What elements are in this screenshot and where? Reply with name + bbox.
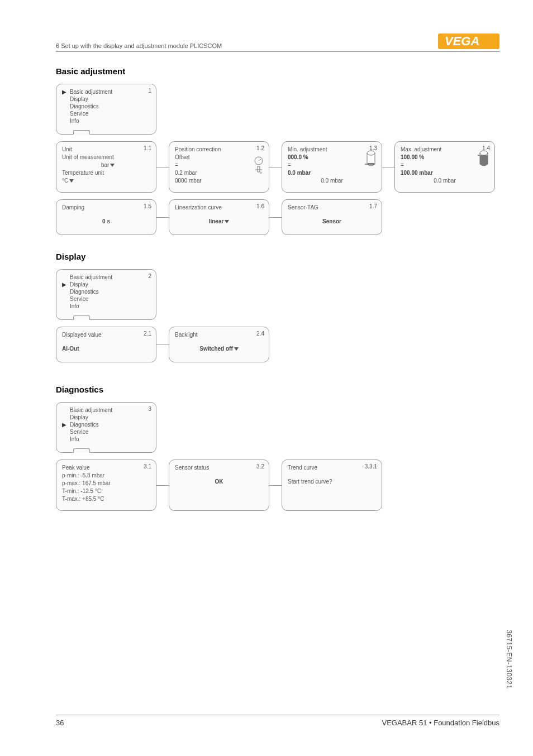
- connector: [269, 199, 282, 235]
- card-number: 2.1: [144, 331, 151, 337]
- menu-card-display: 2 Basic adjustment ▶Display Diagnostics …: [56, 269, 156, 320]
- card-value: bar: [62, 162, 150, 168]
- section-title-display: Display: [56, 252, 499, 261]
- card-number: 1: [148, 88, 151, 94]
- tank-min-icon: [365, 150, 377, 169]
- menu-item[interactable]: Service: [62, 429, 150, 435]
- section-title-diagnostics: Diagnostics: [56, 385, 499, 394]
- menu-tab-icon: [73, 315, 90, 320]
- pointer-icon: ▶: [62, 281, 68, 288]
- card-line: 0000 mbar: [175, 178, 263, 184]
- card-line: 0.0 mbar: [401, 178, 489, 184]
- menu-item[interactable]: Diagnostics: [62, 103, 150, 109]
- svg-line-2: [259, 159, 261, 161]
- svg-text:P: P: [260, 171, 263, 175]
- menu-label: Service: [70, 111, 88, 117]
- card-title: Linearization curve: [175, 204, 263, 210]
- menu-label: Service: [70, 296, 88, 302]
- menu-item[interactable]: Service: [62, 111, 150, 117]
- menu-item[interactable]: ▶Basic adjustment: [62, 89, 150, 95]
- card-value: Sensor: [288, 218, 376, 224]
- menu-label: Info: [70, 436, 79, 442]
- menu-item[interactable]: Info: [62, 436, 150, 442]
- menu-item[interactable]: ▶Display: [62, 281, 150, 288]
- card-title: Max. adjustment: [401, 146, 489, 152]
- menu-item[interactable]: Display: [62, 96, 150, 102]
- menu-item[interactable]: Basic adjustment: [62, 274, 150, 280]
- card-damping[interactable]: 1.5 Damping 0 s: [56, 199, 156, 235]
- page-number: 36: [56, 719, 64, 727]
- card-title: Backlight: [175, 332, 263, 338]
- card-number: 1.2: [256, 145, 264, 151]
- card-line: =: [175, 162, 263, 168]
- card-number: 1.6: [256, 203, 264, 209]
- card-number: 1.5: [144, 203, 151, 209]
- svg-rect-4: [258, 166, 260, 172]
- card-value: 0.0 mbar: [288, 170, 376, 176]
- card-unit[interactable]: 1.1 Unit Unit of measurement bar Tempera…: [56, 141, 156, 193]
- menu-label: Display: [70, 281, 88, 288]
- card-sensor-tag[interactable]: 1.7 Sensor-TAG Sensor: [282, 199, 382, 235]
- card-min-adjustment[interactable]: 1.3 Min. adjustment 000.0 % = 0.0 mbar 0…: [282, 141, 382, 193]
- pointer-icon: ▶: [62, 89, 68, 95]
- card-linearization[interactable]: 1.6 Linearization curve linear: [169, 199, 269, 235]
- card-trend-curve[interactable]: 3.3.1 Trend curve Start trend curve?: [282, 460, 382, 511]
- connector: [156, 460, 169, 511]
- menu-item[interactable]: Info: [62, 303, 150, 309]
- card-line: 0.2 mbar: [175, 170, 263, 176]
- brand-logo: VEGA: [438, 34, 499, 49]
- tank-max-icon: [478, 150, 490, 169]
- card-number: 3.1: [144, 463, 151, 470]
- connector: [269, 141, 282, 193]
- menu-item[interactable]: Info: [62, 118, 150, 124]
- card-line: Offset: [175, 154, 263, 160]
- menu-label: Diagnostics: [70, 103, 99, 109]
- menu-label: Basic adjustment: [70, 89, 112, 95]
- menu-label: Service: [70, 429, 88, 435]
- page-header: 6 Set up with the display and adjustment…: [56, 34, 499, 52]
- card-number: 1.7: [369, 203, 377, 209]
- card-sensor-status[interactable]: 3.2 Sensor status OK: [169, 460, 269, 511]
- card-line: =: [288, 162, 376, 168]
- card-line: p-min.: -5.8 mbar: [62, 472, 150, 479]
- card-backlight[interactable]: 2.4 Backlight Switched off: [169, 327, 269, 362]
- menu-label: Diagnostics: [70, 289, 99, 295]
- card-number: 3.2: [256, 463, 264, 470]
- card-line: Unit of measurement: [62, 154, 150, 160]
- connector: [156, 327, 169, 362]
- card-value: 000.0 %: [288, 154, 376, 160]
- menu-item[interactable]: Basic adjustment: [62, 407, 150, 413]
- card-title: Position correction: [175, 146, 263, 152]
- menu-item[interactable]: Display: [62, 414, 150, 420]
- card-title: Sensor-TAG: [288, 204, 376, 210]
- card-value: linear: [175, 218, 263, 224]
- card-line: T-min.: -12.5 °C: [62, 488, 150, 494]
- logo-text: VEGA: [445, 34, 479, 48]
- card-line: p-max.: 167.5 mbar: [62, 480, 150, 486]
- product-name: VEGABAR 51 • Foundation Fieldbus: [382, 719, 499, 727]
- menu-tab-icon: [73, 448, 90, 453]
- card-position-correction[interactable]: 1.2 Position correction Offset = 0.2 mba…: [169, 141, 269, 193]
- menu-item[interactable]: Service: [62, 296, 150, 302]
- card-max-adjustment[interactable]: 1.4 Max. adjustment 100.00 % = 100.00 mb…: [394, 141, 495, 193]
- menu-label: Basic adjustment: [70, 274, 112, 280]
- card-title: Damping: [62, 204, 150, 210]
- menu-item[interactable]: ▶Diagnostics: [62, 422, 150, 428]
- menu-item[interactable]: Diagnostics: [62, 289, 150, 295]
- card-line: Temperature unit: [62, 170, 150, 176]
- gauge-icon: P: [253, 156, 264, 175]
- pointer-icon: ▶: [62, 422, 68, 428]
- card-displayed-value[interactable]: 2.1 Displayed value AI-Out: [56, 327, 156, 362]
- document-code: 36715-EN-130321: [505, 630, 513, 689]
- card-title: Trend curve: [288, 465, 376, 471]
- card-title: Sensor status: [175, 465, 263, 471]
- card-title: Displayed value: [62, 332, 150, 338]
- card-line: 0.0 mbar: [288, 178, 376, 184]
- card-value: OK: [175, 479, 263, 485]
- card-value: °C: [62, 178, 150, 184]
- menu-label: Display: [70, 96, 88, 102]
- svg-point-9: [480, 151, 488, 155]
- card-number: 2: [148, 273, 151, 279]
- card-peak-value[interactable]: 3.1 Peak value p-min.: -5.8 mbar p-max.:…: [56, 460, 156, 511]
- card-value: 100.00 mbar: [401, 170, 489, 176]
